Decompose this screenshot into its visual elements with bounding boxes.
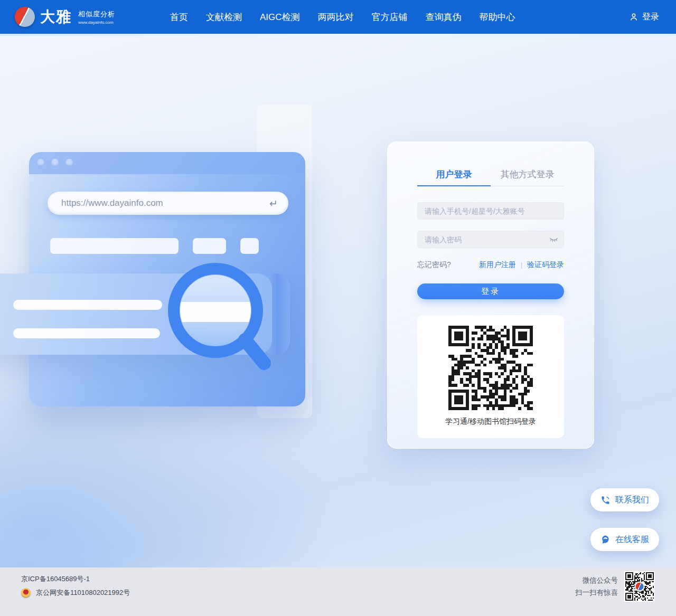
wechat-text-block: 微信公众号 扫一扫有惊喜 bbox=[575, 574, 618, 599]
illustration-url-bar: https://www.dayainfo.com ↵ bbox=[48, 192, 288, 215]
qr-caption: 学习通/移动图书馆扫码登录 bbox=[445, 417, 536, 427]
skeleton-bar bbox=[240, 238, 259, 254]
document-text-line bbox=[13, 300, 162, 310]
brand-url: www.dayainfo.com bbox=[78, 20, 115, 25]
phone-icon bbox=[600, 495, 611, 505]
online-service-button[interactable]: 在线客服 bbox=[590, 528, 659, 551]
qr-login-panel: 学习通/移动图书馆扫码登录 bbox=[417, 315, 564, 438]
brand-logo[interactable]: 大雅 相似度分析 www.dayainfo.com bbox=[15, 7, 115, 27]
icp-record-text: 京ICP备16045689号-1 bbox=[21, 574, 130, 584]
magnifying-glass-icon bbox=[164, 259, 275, 374]
nav-item-literature-check[interactable]: 文献检测 bbox=[206, 11, 242, 23]
window-dot-icon bbox=[37, 159, 44, 166]
login-submit-button[interactable]: 登录 bbox=[417, 283, 564, 299]
window-dot-icon bbox=[51, 159, 59, 166]
password-field-wrapper bbox=[417, 231, 564, 248]
active-tab-underline bbox=[417, 185, 491, 186]
police-record-link[interactable]: 京公网安备11010802021992号 bbox=[21, 588, 130, 598]
login-qr-code bbox=[448, 326, 533, 410]
document-text-line bbox=[13, 328, 160, 338]
register-link[interactable]: 新用户注册 bbox=[479, 260, 516, 270]
login-links-row: 忘记密码? 新用户注册 | 验证码登录 bbox=[417, 260, 564, 270]
illustration-browser-titlebar bbox=[29, 152, 305, 174]
header-login-button[interactable]: 登录 bbox=[629, 12, 659, 23]
top-navbar: 大雅 相似度分析 www.dayainfo.com 首页 文献检测 AIGC检测… bbox=[0, 0, 676, 34]
police-record-text: 京公网安备11010802021992号 bbox=[36, 588, 130, 598]
nav-item-official-store[interactable]: 官方店铺 bbox=[372, 11, 408, 23]
wechat-line1: 微信公众号 bbox=[575, 574, 618, 586]
login-card: 用户登录 其他方式登录 忘记密码? 新用户注册 | 验证码登录 登录 学习通/移… bbox=[387, 141, 594, 449]
account-field-wrapper bbox=[417, 202, 564, 220]
password-input[interactable] bbox=[417, 231, 564, 248]
enter-key-icon: ↵ bbox=[269, 197, 278, 210]
eye-closed-icon[interactable] bbox=[549, 236, 558, 243]
link-divider: | bbox=[521, 261, 522, 269]
register-links-group: 新用户注册 | 验证码登录 bbox=[479, 260, 564, 270]
wechat-line2: 扫一扫有惊喜 bbox=[575, 586, 618, 599]
daya-logo-icon bbox=[15, 7, 35, 27]
nav-item-verify[interactable]: 查询真伪 bbox=[426, 11, 462, 23]
illustration-url-text: https://www.dayainfo.com bbox=[61, 198, 163, 209]
page-footer: 京ICP备16045689号-1 京公网安备11010802021992号 微信… bbox=[0, 567, 676, 616]
contact-us-button[interactable]: 联系我们 bbox=[590, 488, 659, 511]
police-emblem-icon bbox=[21, 588, 31, 598]
contact-us-label: 联系我们 bbox=[615, 495, 649, 506]
skeleton-bar bbox=[193, 238, 226, 254]
footer-right: 微信公众号 扫一扫有惊喜 bbox=[575, 571, 655, 602]
window-dot-icon bbox=[65, 159, 73, 166]
user-icon bbox=[629, 12, 639, 22]
online-service-label: 在线客服 bbox=[615, 534, 649, 545]
customer-service-icon bbox=[600, 535, 611, 545]
nav-item-home[interactable]: 首页 bbox=[170, 11, 188, 23]
wechat-qr-code bbox=[624, 571, 655, 602]
daya-logo-icon bbox=[635, 582, 645, 592]
brand-subtitle-block: 相似度分析 www.dayainfo.com bbox=[78, 10, 115, 25]
main-nav: 首页 文献检测 AIGC检测 两两比对 官方店铺 查询真伪 帮助中心 bbox=[170, 11, 515, 23]
login-tabs: 用户登录 其他方式登录 bbox=[417, 168, 564, 186]
tab-other-login[interactable]: 其他方式登录 bbox=[491, 168, 564, 186]
sms-login-link[interactable]: 验证码登录 bbox=[527, 260, 564, 270]
brand-name: 大雅 bbox=[40, 10, 72, 24]
skeleton-bar bbox=[50, 238, 179, 254]
brand-subtitle: 相似度分析 bbox=[78, 10, 115, 19]
header-highlight-strip bbox=[0, 34, 676, 36]
footer-left: 京ICP备16045689号-1 京公网安备11010802021992号 bbox=[21, 574, 130, 598]
forgot-password-link[interactable]: 忘记密码? bbox=[417, 260, 451, 270]
nav-item-pairwise-compare[interactable]: 两两比对 bbox=[318, 11, 354, 23]
nav-item-aigc-check[interactable]: AIGC检测 bbox=[260, 11, 300, 23]
tab-user-login[interactable]: 用户登录 bbox=[417, 168, 491, 186]
nav-item-help-center[interactable]: 帮助中心 bbox=[480, 11, 515, 23]
account-input[interactable] bbox=[417, 202, 564, 220]
header-login-label: 登录 bbox=[642, 12, 659, 23]
